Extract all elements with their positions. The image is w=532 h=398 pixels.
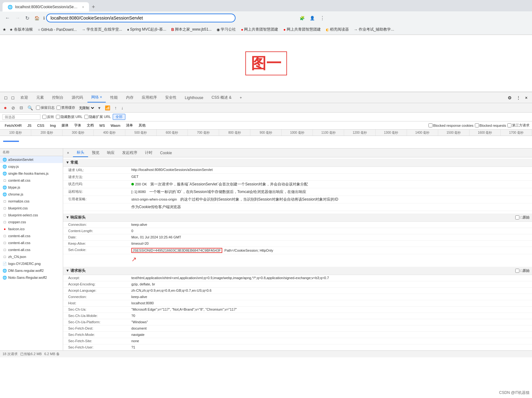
throttle-arrow[interactable]: ▾ xyxy=(97,105,102,111)
blocked-requests-checkbox[interactable] xyxy=(475,123,479,127)
type-media[interactable]: 媒体 xyxy=(59,122,71,128)
download-btn[interactable]: ↓ xyxy=(120,105,125,111)
detail-tab-cookie[interactable]: Cookie xyxy=(156,149,176,156)
raw-checkbox[interactable] xyxy=(515,215,519,219)
bookmark-item-4[interactable]: B 脚本之家_www.jb51... xyxy=(169,26,213,33)
filter-input[interactable] xyxy=(3,114,40,120)
menu-button[interactable]: ⋮ xyxy=(319,14,326,22)
tab-network[interactable]: 网络 × xyxy=(87,93,106,102)
throttle-select[interactable]: 无限制 xyxy=(77,106,95,110)
home-button[interactable]: 🏠 xyxy=(33,15,41,22)
type-js[interactable]: JS xyxy=(25,123,34,128)
record-button[interactable]: ● xyxy=(3,104,8,111)
preserve-log-check[interactable]: 保留日志 xyxy=(36,105,55,110)
tab-sources[interactable]: 源代码 xyxy=(68,93,87,102)
extensions-button[interactable]: 🧩 xyxy=(298,15,306,22)
devtools-more-btn[interactable]: ⋮ xyxy=(514,95,523,101)
new-tab-button[interactable]: + xyxy=(89,4,98,10)
devtools-settings-btn[interactable]: ⚙ xyxy=(506,95,514,101)
devtools-device-btn[interactable]: □ xyxy=(9,95,16,101)
file-item-1[interactable]: 🌐 copy.js xyxy=(0,163,63,170)
search-button[interactable]: 🔍 xyxy=(26,105,34,111)
third-party-check[interactable]: 第三方请求 xyxy=(507,123,529,128)
bookmark-item-1[interactable]: ○ GitHub - PanDownl... xyxy=(36,27,79,32)
req-raw-checkbox[interactable] xyxy=(515,269,519,273)
type-fetch-xhr[interactable]: Fetch/XHR xyxy=(3,123,24,128)
tab-elements[interactable]: 元素 xyxy=(33,93,48,102)
type-doc[interactable]: 文档 xyxy=(85,122,96,128)
file-item-13[interactable]: □ content-all.css xyxy=(0,246,63,253)
tab-security[interactable]: 安全性 xyxy=(161,93,180,102)
bookmark-item-2[interactable]: → 学生首页_在线学堂... xyxy=(80,26,124,33)
file-item-14[interactable]: □ zh_CN.json xyxy=(0,253,63,260)
filter-all-btn[interactable]: 全部 xyxy=(113,114,125,120)
file-item-17[interactable]: 🌐 Noto-Sans-Regular.woff2 xyxy=(0,274,63,281)
bookmark-item-7[interactable]: ● 网上共青团智慧团建 xyxy=(281,26,322,33)
type-css[interactable]: CSS xyxy=(35,123,47,128)
type-manifest[interactable]: 清单 xyxy=(124,122,135,128)
file-item-11[interactable]: □ content-all.css xyxy=(0,232,63,239)
hide-data-urls-checkbox[interactable] xyxy=(56,115,60,119)
forward-button[interactable]: → xyxy=(14,14,21,22)
raw-checkbox-wrapper[interactable]: □原始 xyxy=(515,215,529,220)
detail-tab-timing[interactable]: 计时 xyxy=(141,149,156,157)
tab-add[interactable]: + xyxy=(236,94,246,102)
url-input[interactable] xyxy=(46,14,236,22)
detail-tab-initiator[interactable]: 发起程序 xyxy=(118,149,141,157)
type-other[interactable]: 其他 xyxy=(136,122,148,128)
browser-tab[interactable]: 🌐 localhost:8080/CookieSession/aSessionS… xyxy=(3,2,89,12)
third-party-checkbox[interactable] xyxy=(507,123,511,127)
bookmark-item-8[interactable]: ◐ 稻壳阅读器 xyxy=(324,26,351,33)
type-font[interactable]: 字体 xyxy=(72,122,83,128)
file-item-4[interactable]: 🌐 btype.js xyxy=(0,184,63,191)
tab-welcome[interactable]: 欢迎 xyxy=(17,93,32,102)
file-item-3[interactable]: □ content-all.css xyxy=(0,177,63,184)
file-item-0[interactable]: 🌐 aSessionServlet xyxy=(0,156,63,163)
reload-button[interactable]: ↻ xyxy=(24,14,31,22)
filter-button[interactable]: ⊟ xyxy=(18,105,24,111)
hide-extension-check[interactable]: 隐蔽扩展 URL xyxy=(84,114,111,119)
wifi-btn[interactable]: 📶 xyxy=(104,105,111,111)
type-wasm[interactable]: Wasm xyxy=(108,123,123,128)
clear-button[interactable]: ⊘ xyxy=(10,105,16,111)
tab-performance[interactable]: 性能 xyxy=(106,93,122,102)
bookmark-item-3[interactable]: ♦ Spring MVC起步-慕... xyxy=(125,26,168,33)
tab-memory[interactable]: 内存 xyxy=(122,93,137,102)
file-item-2[interactable]: 🌐 single-file-hooks-frames.js xyxy=(0,170,63,177)
bookmark-item-0[interactable]: ★ 各版本油猴 xyxy=(8,26,35,33)
hide-data-urls-check[interactable]: 隐藏数据 URL xyxy=(56,114,82,119)
blocked-requests-check[interactable]: Blocked requests xyxy=(475,123,506,127)
back-button[interactable]: ← xyxy=(4,14,11,22)
request-section-title[interactable]: ▼ 请求标头 □原始 xyxy=(63,267,532,275)
disable-cache-check[interactable]: 禁用缓存 xyxy=(57,105,75,110)
file-item-6[interactable]: □ normalize.css xyxy=(0,198,63,205)
bookmark-item-6[interactable]: ● 网上共青团智慧团建 xyxy=(239,26,280,33)
invert-checkbox[interactable] xyxy=(42,115,46,119)
invert-check[interactable]: 反转 xyxy=(42,114,54,119)
detail-close-btn[interactable]: × xyxy=(63,149,73,156)
blocked-cookies-checkbox[interactable] xyxy=(428,123,433,127)
tab-close-icon[interactable]: × xyxy=(82,5,84,9)
devtools-close-btn[interactable]: × xyxy=(523,95,529,101)
disable-cache-checkbox[interactable] xyxy=(57,106,61,110)
general-section-title[interactable]: ▼ 常规 xyxy=(63,159,532,167)
blocked-cookies-check[interactable]: Blocked response cookies xyxy=(428,123,474,127)
file-item-15[interactable]: 📄 logo-OYJ34ERC.png xyxy=(0,260,63,267)
tab-console[interactable]: 控制台 xyxy=(48,93,67,102)
preserve-log-checkbox[interactable] xyxy=(36,106,40,110)
file-item-12[interactable]: □ content-all.css xyxy=(0,239,63,246)
file-item-7[interactable]: □ blueprint.css xyxy=(0,205,63,212)
tab-application[interactable]: 应用程序 xyxy=(138,93,161,102)
bookmark-item-9[interactable]: → 作业考试_辅助教学... xyxy=(352,26,396,33)
file-item-9[interactable]: □ cropper.css xyxy=(0,219,63,225)
tab-css-overview[interactable]: CSS 概述 & xyxy=(208,93,235,102)
tab-lighthouse[interactable]: Lighthouse xyxy=(181,94,207,102)
type-img[interactable]: Img xyxy=(48,123,58,128)
file-item-8[interactable]: □ blueprint-select.css xyxy=(0,212,63,219)
profile-button[interactable]: 👤 xyxy=(308,15,316,22)
devtools-inspect-btn[interactable]: □ xyxy=(3,95,9,101)
detail-tab-response[interactable]: 响应 xyxy=(103,149,118,157)
file-item-10[interactable]: ● favicon.ico xyxy=(0,225,63,232)
hide-extension-checkbox[interactable] xyxy=(84,115,88,119)
detail-tab-preview[interactable]: 预览 xyxy=(88,149,103,157)
